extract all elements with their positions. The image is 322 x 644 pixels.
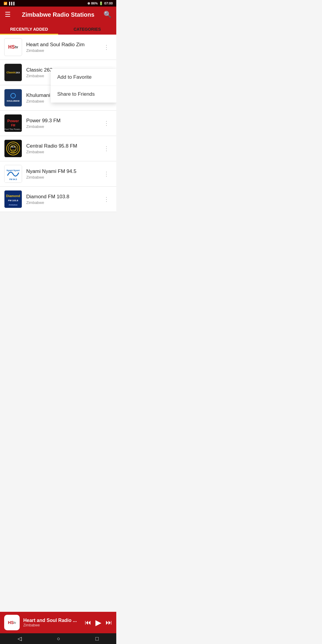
power-svg: Power FM Feel The Power...	[4, 114, 22, 132]
station-item-4[interactable]: Power FM Feel The Power... Power 99.3 FM…	[0, 111, 116, 136]
svg-text:Radio: Radio	[11, 151, 15, 153]
more-button-7[interactable]: ⋮	[101, 194, 112, 205]
station-item-7[interactable]: Diamond FM 103.8 Zimbabwe Diamond FM 103…	[0, 187, 116, 212]
more-button-5[interactable]: ⋮	[101, 143, 112, 154]
svg-text:Nyami Nyami: Nyami Nyami	[7, 169, 20, 172]
nyami-svg: Nyami Nyami FM 94.5	[4, 165, 22, 182]
context-menu: Add to Favorite Share to Friends	[51, 69, 116, 103]
station-info-1: Heart and Soul Radio Zim Zimbabwe	[26, 42, 101, 53]
station-logo-6: Nyami Nyami FM 94.5	[4, 165, 22, 183]
station-info-5: Central Radio 95.8 FM Zimbabwe	[26, 143, 101, 154]
wifi-icon2: ⊛	[87, 1, 90, 5]
menu-button[interactable]: ☰	[5, 11, 14, 18]
tab-bar: RECENTLY ADDED CATEGORIES	[0, 23, 116, 35]
station-country-6: Zimbabwe	[26, 175, 101, 179]
station-logo-4: Power FM Feel The Power...	[4, 114, 22, 132]
more-button-4[interactable]: ⋮	[101, 118, 112, 129]
more-button-1[interactable]: ⋮	[101, 42, 112, 52]
station-name-7: Diamond FM 103.8	[26, 194, 101, 200]
signal-icon: ▐▐▐	[8, 2, 14, 5]
svg-text:95.8: 95.8	[11, 146, 15, 148]
battery-level: 86%	[91, 1, 98, 5]
status-right: ⊛ 86% 🔋 07:00	[87, 1, 113, 5]
status-left: 📶 ▐▐▐	[4, 2, 14, 5]
time: 07:00	[104, 1, 113, 5]
station-country-4: Zimbabwe	[26, 124, 101, 129]
central-svg: 95.8 Central Radio	[4, 140, 22, 157]
station-info-7: Diamond FM 103.8 Zimbabwe	[26, 194, 101, 205]
station-item-2[interactable]: Classic 263 Classic 263 Zimbabwe ⋮ Add t…	[0, 60, 116, 85]
station-list: HStv Heart and Soul Radio Zim Zimbabwe ⋮…	[0, 35, 116, 212]
svg-text:FM 103.8: FM 103.8	[8, 199, 18, 202]
diamond-svg: Diamond FM 103.8 Zimbabwe	[4, 191, 22, 208]
svg-text:Diamond: Diamond	[6, 194, 20, 198]
svg-text:FM: FM	[11, 124, 15, 127]
station-logo-7: Diamond FM 103.8 Zimbabwe	[4, 190, 22, 208]
station-info-4: Power 99.3 FM Zimbabwe	[26, 118, 101, 129]
tab-recently-added[interactable]: RECENTLY ADDED	[0, 23, 58, 35]
station-logo-5: 95.8 Central Radio	[4, 140, 22, 157]
context-share-friends[interactable]: Share to Friends	[51, 86, 116, 103]
station-country-1: Zimbabwe	[26, 48, 101, 53]
station-name-5: Central Radio 95.8 FM	[26, 143, 101, 149]
svg-rect-7	[4, 140, 22, 157]
station-item-6[interactable]: Nyami Nyami FM 94.5 Nyami Nyami FM 94.5 …	[0, 161, 116, 187]
svg-text:Central: Central	[10, 149, 16, 151]
station-name-6: Nyami Nyami FM 94.5	[26, 168, 101, 174]
station-logo-1: HStv	[4, 38, 22, 56]
battery-icon: 🔋	[99, 1, 103, 5]
search-button[interactable]: 🔍	[102, 11, 112, 18]
station-info-6: Nyami Nyami FM 94.5 Zimbabwe	[26, 168, 101, 179]
more-button-6[interactable]: ⋮	[101, 168, 112, 179]
station-name-1: Heart and Soul Radio Zim	[26, 42, 101, 48]
station-name-4: Power 99.3 FM	[26, 118, 101, 124]
status-bar: 📶 ▐▐▐ ⊛ 86% 🔋 07:00	[0, 0, 116, 7]
station-item-1[interactable]: HStv Heart and Soul Radio Zim Zimbabwe ⋮	[0, 35, 116, 60]
tab-categories[interactable]: CATEGORIES	[58, 23, 116, 35]
svg-text:KHULUMANI: KHULUMANI	[7, 100, 19, 102]
svg-text:Feel The Power...: Feel The Power...	[5, 128, 22, 130]
svg-text:FM 94.5: FM 94.5	[9, 178, 17, 180]
svg-text:Zimbabwe: Zimbabwe	[9, 204, 18, 206]
khulumani-svg: KHULUMANI	[6, 90, 21, 105]
station-item-5[interactable]: 95.8 Central Radio Central Radio 95.8 FM…	[0, 136, 116, 161]
station-logo-3: KHULUMANI	[4, 89, 22, 107]
app-title: Zimbabwe Radio Stations	[14, 11, 102, 18]
station-country-5: Zimbabwe	[26, 150, 101, 154]
wifi-icon: 📶	[4, 2, 7, 5]
station-country-7: Zimbabwe	[26, 200, 101, 205]
spacer	[0, 212, 116, 239]
context-add-favorite[interactable]: Add to Favorite	[51, 69, 116, 86]
header: ☰ Zimbabwe Radio Stations 🔍	[0, 7, 116, 23]
svg-text:Power: Power	[7, 119, 19, 123]
station-logo-2: Classic 263	[4, 64, 22, 81]
